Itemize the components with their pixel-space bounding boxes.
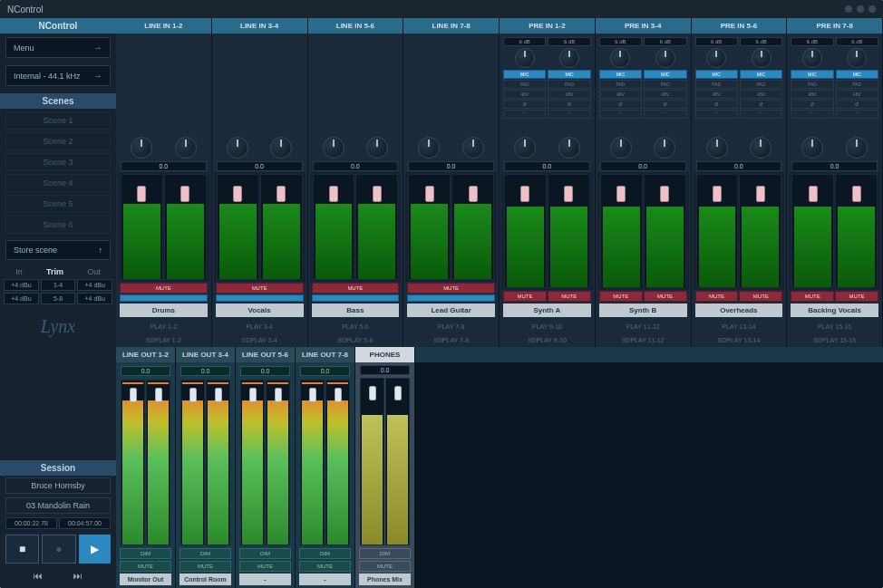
mute-button[interactable]: MUTE bbox=[599, 291, 643, 302]
hpf-button[interactable]: ⌒ bbox=[695, 110, 738, 119]
pan-knob[interactable] bbox=[366, 137, 388, 159]
channel-label[interactable]: Drums bbox=[120, 304, 208, 317]
pad-button[interactable]: PAD bbox=[695, 80, 738, 89]
phase-button[interactable]: Ø bbox=[791, 100, 833, 109]
play-tab[interactable]: PLAY 7-8 bbox=[403, 320, 500, 333]
fader-handle[interactable] bbox=[425, 186, 434, 202]
input-tab[interactable]: LINE IN 5-6 bbox=[308, 18, 404, 34]
fader-handle[interactable] bbox=[713, 186, 722, 202]
record-button[interactable]: ● bbox=[42, 535, 75, 564]
pan-knob[interactable] bbox=[654, 137, 675, 159]
mute-button[interactable]: MUTE bbox=[312, 283, 400, 294]
pan-knob[interactable] bbox=[801, 137, 823, 159]
pan-knob[interactable] bbox=[227, 137, 248, 159]
mic-button[interactable]: MIC bbox=[548, 70, 590, 79]
play-tab[interactable]: PLAY 11-12 bbox=[596, 320, 692, 333]
phase-button[interactable]: Ø bbox=[695, 100, 738, 109]
mute-button[interactable]: MUTE bbox=[503, 291, 547, 302]
solo-button[interactable] bbox=[312, 294, 400, 302]
mute-button[interactable]: MUTE bbox=[695, 291, 739, 302]
scene-slot[interactable]: Scene 4 bbox=[5, 174, 111, 192]
dbu-button[interactable]: +4 dBu bbox=[4, 293, 39, 304]
next-button[interactable]: ⏭ bbox=[73, 571, 82, 581]
sdplay-tab[interactable]: SDPLAY 5-6 bbox=[308, 333, 404, 347]
gain-knob[interactable] bbox=[752, 48, 771, 68]
dbu-button[interactable]: 1-4 bbox=[41, 279, 76, 291]
phase-button[interactable]: Ø bbox=[740, 100, 782, 109]
fader-handle[interactable] bbox=[852, 186, 861, 202]
phantom-button[interactable]: 48V bbox=[740, 90, 782, 99]
play-tab[interactable]: PLAY 13-14 bbox=[692, 320, 788, 333]
pan-knob[interactable] bbox=[750, 137, 771, 159]
gain-knob[interactable] bbox=[655, 48, 675, 68]
fader-handle[interactable] bbox=[137, 186, 146, 202]
input-tab[interactable]: LINE IN 7-8 bbox=[403, 18, 500, 34]
output-tab[interactable]: LINE OUT 3-4 bbox=[176, 347, 236, 362]
pan-knob[interactable] bbox=[846, 137, 868, 159]
fader-handle[interactable] bbox=[189, 388, 197, 402]
phantom-button[interactable]: 48V bbox=[836, 90, 878, 99]
dbu-button[interactable]: +4 dBu bbox=[4, 279, 39, 291]
sdplay-tab[interactable]: SDPLAY 15-16 bbox=[787, 333, 883, 347]
gain-knob[interactable] bbox=[515, 48, 535, 68]
pan-knob[interactable] bbox=[610, 137, 632, 159]
phase-button[interactable]: Ø bbox=[599, 100, 642, 109]
clock-button[interactable]: Internal - 44.1 kHz → bbox=[5, 65, 111, 86]
mic-button[interactable]: MIC bbox=[599, 70, 642, 79]
channel-label[interactable]: Synth A bbox=[503, 304, 591, 317]
fader-handle[interactable] bbox=[373, 186, 382, 202]
fader-handle[interactable] bbox=[329, 186, 338, 202]
fader-handle[interactable] bbox=[180, 186, 189, 202]
input-tab[interactable]: PRE IN 1-2 bbox=[500, 18, 596, 34]
dbu-button[interactable]: +4 dBu bbox=[77, 293, 112, 304]
gain-knob[interactable] bbox=[610, 48, 630, 68]
dim-button[interactable]: DIM bbox=[120, 548, 171, 559]
mute-button[interactable]: MUTE bbox=[216, 283, 304, 294]
store-scene-button[interactable]: Store scene ↑ bbox=[5, 240, 111, 260]
gain-knob[interactable] bbox=[847, 48, 867, 68]
window-controls[interactable] bbox=[845, 5, 876, 13]
pad-button[interactable]: PAD bbox=[503, 80, 546, 89]
pan-knob[interactable] bbox=[418, 137, 440, 159]
phantom-button[interactable]: 48V bbox=[599, 90, 642, 99]
mute-button[interactable]: MUTE bbox=[120, 561, 171, 572]
phantom-button[interactable]: 48V bbox=[548, 90, 590, 99]
scene-slot[interactable]: Scene 6 bbox=[5, 216, 111, 234]
pan-knob[interactable] bbox=[462, 137, 484, 159]
hpf-button[interactable]: ⌒ bbox=[644, 110, 686, 119]
scene-slot[interactable]: Scene 2 bbox=[5, 132, 111, 150]
pan-knob[interactable] bbox=[514, 137, 536, 159]
input-tab[interactable]: PRE IN 5-6 bbox=[692, 18, 788, 34]
fader-handle[interactable] bbox=[215, 388, 222, 402]
mute-button[interactable]: MUTE bbox=[835, 291, 878, 302]
fader-handle[interactable] bbox=[369, 386, 376, 400]
fader-handle[interactable] bbox=[249, 388, 257, 402]
phantom-button[interactable]: 48V bbox=[503, 90, 546, 99]
hpf-button[interactable]: ⌒ bbox=[740, 110, 782, 119]
output-label[interactable]: Control Room bbox=[180, 574, 231, 585]
channel-label[interactable]: Lead Guitar bbox=[407, 304, 495, 317]
output-label[interactable]: Phones Mix bbox=[359, 574, 411, 585]
channel-label[interactable]: Overheads bbox=[695, 304, 783, 317]
trim-in[interactable]: In bbox=[15, 267, 23, 276]
fader-handle[interactable] bbox=[520, 186, 529, 202]
fader-handle[interactable] bbox=[130, 388, 137, 402]
fader-handle[interactable] bbox=[335, 388, 342, 402]
mic-button[interactable]: MIC bbox=[503, 70, 546, 79]
pan-knob[interactable] bbox=[175, 137, 197, 159]
pan-knob[interactable] bbox=[706, 137, 728, 159]
prev-button[interactable]: ⏮ bbox=[34, 571, 43, 581]
dim-button[interactable]: DIM bbox=[299, 548, 351, 559]
mute-button[interactable]: MUTE bbox=[299, 561, 351, 572]
pad-button[interactable]: PAD bbox=[599, 80, 642, 89]
phantom-button[interactable]: 48V bbox=[644, 90, 686, 99]
solo-button[interactable] bbox=[407, 294, 495, 302]
stop-button[interactable]: ■ bbox=[5, 535, 39, 564]
gain-knob[interactable] bbox=[706, 48, 726, 68]
fader-handle[interactable] bbox=[275, 388, 282, 402]
fader-handle[interactable] bbox=[616, 186, 626, 202]
input-tab[interactable]: PRE IN 7-8 bbox=[787, 18, 883, 34]
trim-out[interactable]: Out bbox=[87, 267, 101, 276]
sdplay-tab[interactable]: SDPLAY 3-4 bbox=[212, 333, 308, 347]
output-label[interactable]: - bbox=[239, 574, 291, 585]
